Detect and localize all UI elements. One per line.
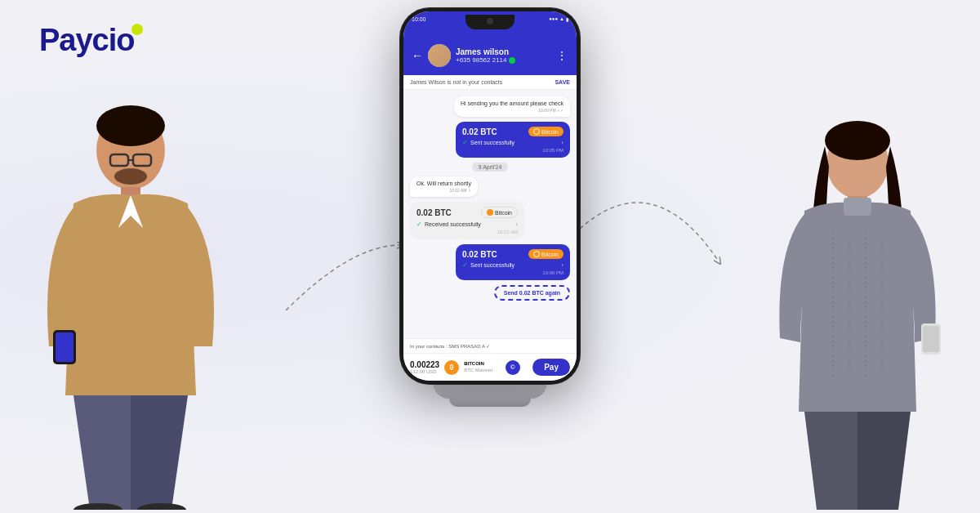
save-contact-button[interactable]: SAVE <box>555 79 570 85</box>
message-received-text: Ok. Will return shortly 10:02 AM ✓ <box>410 176 478 197</box>
btc-amount: 0.02 BTC <box>462 127 497 136</box>
status-time: 10:00 <box>412 16 426 22</box>
pay-button[interactable]: Pay <box>532 359 570 376</box>
contacts-status-bar: In your contacts : SMS PRASAD A ✓ <box>403 338 577 353</box>
svg-rect-9 <box>56 332 74 362</box>
pay-amount-info: 0.00223 132.00 USD <box>410 360 439 374</box>
btc-coin-icon-r <box>487 209 493 216</box>
date-divider: 9 April'24 <box>472 163 509 172</box>
logo: Paycio <box>39 23 149 58</box>
chat-header: ← James wilson +635 98562 2114 ⋮ <box>403 26 577 75</box>
chat-messages: Hi sending you the amount please check 1… <box>403 90 577 338</box>
bitcoin-badge-2: Bitcoin <box>528 249 564 259</box>
msg-time: 10:00 PM ✓✓ <box>461 108 564 113</box>
bitcoin-badge: Bitcoin <box>528 127 564 136</box>
message-sent-text: Hi sending you the amount please check 1… <box>454 96 570 117</box>
signal-icon: ●●● <box>549 16 558 21</box>
contact-avatar <box>428 44 451 67</box>
battery-icon: ▮ <box>566 16 568 22</box>
btc-transaction-sent-1[interactable]: 0.02 BTC Bitcoin ✓ Sent successfully › 1… <box>456 122 570 158</box>
contacts-status-text: In your contacts : SMS PRASAD A ✓ <box>410 343 570 349</box>
received-text-content: Ok. Will return shortly <box>416 181 471 186</box>
btc-sent-status-2: ✓ Sent successfully › <box>462 261 564 269</box>
contact-info: James wilson +635 98562 2114 <box>456 47 551 64</box>
btc-pay-icon: ₿ <box>444 360 459 375</box>
contact-name: James wilson <box>456 47 551 56</box>
svg-point-1 <box>96 105 165 146</box>
more-options-icon[interactable]: ⋮ <box>556 49 568 62</box>
btc-sent-time-2: 10:06 PM <box>462 270 564 275</box>
phone-pedestal <box>433 382 547 399</box>
svg-rect-21 <box>923 326 939 352</box>
back-button[interactable]: ← <box>412 49 423 62</box>
bitcoin-badge-received: Bitcoin <box>481 207 518 218</box>
pay-usd-label: 132.00 USD <box>410 369 439 374</box>
btc-sent-status: ✓ Sent successfully › <box>462 139 564 146</box>
btc-coin-icon <box>533 128 540 135</box>
verified-badge <box>509 57 515 64</box>
btc-transaction-received[interactable]: 0.02 BTC Bitcoin ✓ Received successfully… <box>410 202 524 239</box>
not-contacts-bar: James Wilson is not in your contacts SAV… <box>403 75 577 90</box>
btc-transaction-sent-2[interactable]: 0.02 BTC Bitcoin ✓ Sent successfully › 1… <box>456 244 570 280</box>
phone-notch <box>466 15 514 29</box>
msg-received-time: 10:02 AM ✓ <box>416 188 471 193</box>
status-icons: ●●● ▲ ▮ <box>549 16 568 22</box>
btc-received-time: 10:12 AM <box>416 230 518 234</box>
usd-pay-icon: © <box>506 360 520 375</box>
btc-amount-2: 0.02 BTC <box>462 250 497 259</box>
btc-pay-label: BITCOIN BTC Mainnet <box>464 361 492 374</box>
send-again-button[interactable]: Send 0.02 BTC again <box>494 285 570 301</box>
logo-text: Paycio <box>39 23 135 58</box>
btc-sent-time: 10:05 PM <box>462 148 564 153</box>
phone-screen: 10:00 ●●● ▲ ▮ ← James wilson +635 98562 … <box>403 11 577 381</box>
pay-crypto-amount: 0.00223 <box>410 360 439 369</box>
phone-mockup: 10:00 ●●● ▲ ▮ ← James wilson +635 98562 … <box>400 8 580 407</box>
not-contacts-message: James Wilson is not in your contacts <box>410 79 502 85</box>
camera-dot <box>487 18 493 25</box>
wifi-icon: ▲ <box>559 16 564 21</box>
phone-device: 10:00 ●●● ▲ ▮ ← James wilson +635 98562 … <box>400 8 580 384</box>
svg-point-5 <box>114 168 147 185</box>
svg-point-13 <box>825 121 890 160</box>
phone-pedestal-base <box>449 399 531 407</box>
person-right <box>760 101 956 513</box>
logo-dot <box>131 24 143 35</box>
person-left <box>24 85 237 513</box>
contact-number: +635 98562 2114 <box>456 56 551 64</box>
btc-coin-icon-2 <box>533 251 540 257</box>
pay-bar[interactable]: 0.00223 132.00 USD ₿ BITCOIN BTC Mainnet… <box>403 353 577 381</box>
svg-rect-15 <box>844 198 871 216</box>
btc-received-status: ✓ Received successfully › <box>416 221 518 228</box>
btc-received-amount: 0.02 BTC <box>416 208 452 217</box>
sent-text-content: Hi sending you the amount please check <box>461 100 564 106</box>
avatar-image <box>428 44 451 67</box>
